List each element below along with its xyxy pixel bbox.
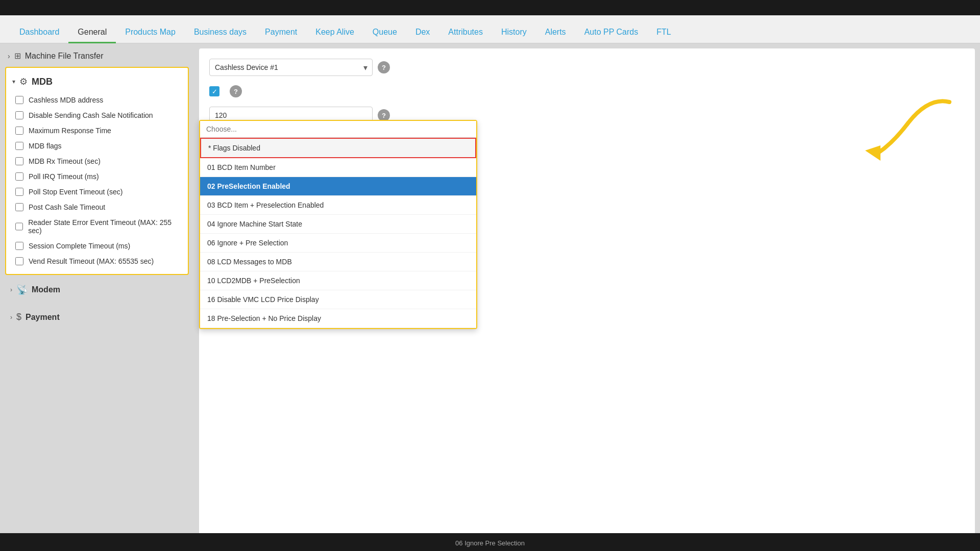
main-content: › ⊞ Machine File Transfer ▾ ⚙ MDB Cashle… bbox=[0, 43, 980, 551]
mdb-item-checkbox-vend-result-timeout[interactable] bbox=[15, 257, 23, 265]
mdb-item-checkbox-mdb-flags[interactable] bbox=[15, 142, 23, 150]
nav-tab-ftl[interactable]: FTL bbox=[647, 23, 680, 43]
mdb-item-post-cash-sale-timeout[interactable]: Post Cash Sale Timeout bbox=[11, 199, 183, 215]
mdb-expand-icon: ▾ bbox=[12, 78, 15, 85]
mdb-item-label-vend-result-timeout: Vend Result Timeout (MAX: 65535 sec) bbox=[29, 257, 154, 265]
breadcrumb-chevron-icon: › bbox=[8, 52, 10, 60]
mdb-flags-dropdown: * Flags Disabled01 BCD Item Number02 Pre… bbox=[199, 120, 477, 329]
dropdown-item-01-bcd-item-number[interactable]: 01 BCD Item Number bbox=[200, 158, 476, 177]
dropdown-item-18-pre-selection-no-price-display[interactable]: 18 Pre-Selection + No Price Display bbox=[200, 309, 476, 328]
sidebar-modem[interactable]: › 📡 Modem bbox=[5, 277, 189, 303]
yellow-arrow-svg bbox=[847, 92, 960, 184]
payment-chevron-icon: › bbox=[10, 314, 12, 321]
mdb-items-list: Cashless MDB address Disable Sending Cas… bbox=[6, 92, 188, 269]
mdb-item-vend-result-timeout[interactable]: Vend Result Timeout (MAX: 65535 sec) bbox=[11, 254, 183, 269]
cashless-device-select-wrapper: Cashless Device #1 Cashless Device #2 ▾ bbox=[209, 59, 373, 76]
mdb-item-checkbox-poll-irq-timeout[interactable] bbox=[15, 172, 23, 181]
bottom-label: 06 Ignore Pre Selection bbox=[455, 539, 525, 547]
mdb-item-label-poll-stop-event-timeout: Poll Stop Event Timeout (sec) bbox=[29, 188, 122, 196]
dropdown-item-10-lcd2mdb-preselection[interactable]: 10 LCD2MDB + PreSelection bbox=[200, 271, 476, 290]
mdb-item-label-poll-irq-timeout: Poll IRQ Timeout (ms) bbox=[29, 172, 99, 181]
nav-tab-auto-pp-cards[interactable]: Auto PP Cards bbox=[575, 23, 648, 43]
nav-tab-dashboard[interactable]: Dashboard bbox=[10, 23, 68, 43]
mdb-item-cashless-mdb-address[interactable]: Cashless MDB address bbox=[11, 92, 183, 108]
mdb-item-poll-irq-timeout[interactable]: Poll IRQ Timeout (ms) bbox=[11, 169, 183, 184]
nav-tabs: DashboardGeneralProducts MapBusiness day… bbox=[0, 15, 980, 43]
disable-cash-sale-help-icon[interactable]: ? bbox=[230, 85, 242, 97]
dropdown-item-16-disable-vmc-lcd-price-display[interactable]: 16 Disable VMC LCD Price Display bbox=[200, 290, 476, 309]
mdb-item-checkbox-post-cash-sale-timeout[interactable] bbox=[15, 203, 23, 211]
mdb-item-checkbox-reader-state-error-event-timeout[interactable] bbox=[15, 222, 23, 231]
mdb-item-disable-sending-cash-sale[interactable]: Disable Sending Cash Sale Notification bbox=[11, 108, 183, 123]
top-bar bbox=[0, 0, 980, 15]
payment-icon: $ bbox=[16, 312, 21, 322]
mdb-item-checkbox-session-complete-timeout[interactable] bbox=[15, 242, 23, 250]
bottom-bar: 06 Ignore Pre Selection bbox=[0, 533, 980, 551]
dropdown-item-02-preselection-enabled[interactable]: 02 PreSelection Enabled bbox=[200, 177, 476, 196]
breadcrumb[interactable]: › ⊞ Machine File Transfer bbox=[5, 51, 189, 61]
nav-tab-queue[interactable]: Queue bbox=[363, 23, 406, 43]
dropdown-search-input[interactable] bbox=[200, 121, 476, 138]
payment-label: Payment bbox=[26, 313, 60, 322]
content-panel: Cashless Device #1 Cashless Device #2 ▾ … bbox=[199, 48, 975, 546]
mdb-title: MDB bbox=[32, 77, 53, 87]
mdb-gear-icon: ⚙ bbox=[19, 76, 28, 87]
mdb-item-reader-state-error-event-timeout[interactable]: Reader State Error Event Timeout (MAX: 2… bbox=[11, 215, 183, 238]
nav-tab-history[interactable]: History bbox=[492, 23, 536, 43]
mdb-item-mdb-flags[interactable]: MDB flags bbox=[11, 138, 183, 154]
nav-tab-keep-alive[interactable]: Keep Alive bbox=[306, 23, 363, 43]
mdb-item-label-mdb-flags: MDB flags bbox=[29, 142, 62, 150]
disable-cash-sale-checkbox[interactable]: ✓ bbox=[209, 86, 219, 96]
mdb-item-label-cashless-mdb-address: Cashless MDB address bbox=[29, 96, 103, 104]
mdb-section: ▾ ⚙ MDB Cashless MDB address Disable Sen… bbox=[5, 67, 189, 275]
nav-tab-products-map[interactable]: Products Map bbox=[116, 23, 185, 43]
mdb-item-label-post-cash-sale-timeout: Post Cash Sale Timeout bbox=[29, 203, 105, 211]
dropdown-item-03-bcd-item-preselection[interactable]: 03 BCD Item + Preselection Enabled bbox=[200, 196, 476, 215]
mdb-item-session-complete-timeout[interactable]: Session Complete Timeout (ms) bbox=[11, 238, 183, 254]
nav-tab-attributes[interactable]: Attributes bbox=[439, 23, 492, 43]
modem-chevron-icon: › bbox=[10, 286, 12, 293]
dropdown-item-flags-disabled[interactable]: * Flags Disabled bbox=[200, 138, 476, 158]
mdb-item-label-disable-sending-cash-sale: Disable Sending Cash Sale Notification bbox=[29, 111, 153, 119]
breadcrumb-label: Machine File Transfer bbox=[25, 52, 104, 61]
modem-icon: 📡 bbox=[16, 284, 28, 295]
machine-file-transfer-icon: ⊞ bbox=[14, 51, 21, 61]
mdb-item-label-mdb-rx-timeout: MDB Rx Timeout (sec) bbox=[29, 157, 101, 165]
dropdown-item-04-ignore-machine-start-state[interactable]: 04 Ignore Machine Start State bbox=[200, 215, 476, 234]
nav-tab-payment[interactable]: Payment bbox=[256, 23, 306, 43]
mdb-item-checkbox-maximum-response-time[interactable] bbox=[15, 127, 23, 135]
mdb-item-checkbox-poll-stop-event-timeout[interactable] bbox=[15, 188, 23, 196]
cashless-device-help-icon[interactable]: ? bbox=[378, 61, 390, 73]
mdb-item-label-session-complete-timeout: Session Complete Timeout (ms) bbox=[29, 242, 130, 250]
nav-tab-general[interactable]: General bbox=[68, 23, 116, 43]
svg-marker-0 bbox=[865, 145, 880, 161]
mdb-item-maximum-response-time[interactable]: Maximum Response Time bbox=[11, 123, 183, 138]
dropdown-item-06-ignore-pre-selection[interactable]: 06 Ignore + Pre Selection bbox=[200, 234, 476, 253]
cashless-device-row: Cashless Device #1 Cashless Device #2 ▾ … bbox=[209, 59, 965, 76]
nav-tab-business-days[interactable]: Business days bbox=[185, 23, 256, 43]
nav-tab-dex[interactable]: Dex bbox=[406, 23, 439, 43]
arrow-annotation bbox=[847, 92, 960, 184]
mdb-item-label-reader-state-error-event-timeout: Reader State Error Event Timeout (MAX: 2… bbox=[28, 218, 179, 235]
mdb-item-label-maximum-response-time: Maximum Response Time bbox=[29, 127, 111, 135]
mdb-item-checkbox-cashless-mdb-address[interactable] bbox=[15, 96, 23, 104]
modem-label: Modem bbox=[32, 285, 60, 294]
dropdown-item-08-lcd-messages-to-mdb[interactable]: 08 LCD Messages to MDB bbox=[200, 253, 476, 271]
sidebar-payment[interactable]: › $ Payment bbox=[5, 305, 189, 330]
mdb-item-checkbox-mdb-rx-timeout[interactable] bbox=[15, 157, 23, 165]
mdb-header[interactable]: ▾ ⚙ MDB bbox=[6, 73, 188, 92]
mdb-item-poll-stop-event-timeout[interactable]: Poll Stop Event Timeout (sec) bbox=[11, 184, 183, 199]
mdb-item-checkbox-disable-sending-cash-sale[interactable] bbox=[15, 111, 23, 119]
cashless-device-select[interactable]: Cashless Device #1 Cashless Device #2 bbox=[209, 59, 373, 76]
mdb-item-mdb-rx-timeout[interactable]: MDB Rx Timeout (sec) bbox=[11, 154, 183, 169]
sidebar: › ⊞ Machine File Transfer ▾ ⚙ MDB Cashle… bbox=[0, 43, 194, 551]
nav-tab-alerts[interactable]: Alerts bbox=[536, 23, 575, 43]
